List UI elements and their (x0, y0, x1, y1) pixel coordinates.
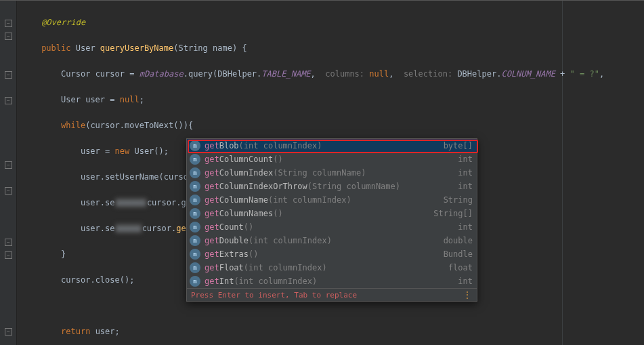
fold-marker[interactable] (5, 187, 12, 195)
fold-marker[interactable] (5, 33, 12, 40)
autocomplete-item[interactable]: mgetColumnNames()String[] (187, 207, 477, 220)
fold-marker[interactable] (5, 97, 12, 104)
popup-hint-bar: Press Enter to insert, Tab to replace ⋮ (187, 288, 477, 301)
method-icon: m (190, 276, 200, 287)
autocomplete-item[interactable]: mgetColumnName(int columnIndex)String (187, 193, 477, 207)
autocomplete-popup[interactable]: mgetBlob(int columnIndex)byte[]mgetColum… (186, 138, 477, 302)
method-icon: m (190, 140, 200, 151)
method-icon: m (190, 235, 200, 246)
autocomplete-item[interactable]: mgetCount()int (187, 220, 477, 234)
gutter (0, 1, 17, 345)
autocomplete-item[interactable]: mgetInt(int columnIndex)int (187, 275, 477, 288)
fold-marker[interactable] (5, 251, 12, 259)
autocomplete-item[interactable]: mgetColumnIndexOrThrow(String columnName… (187, 180, 477, 193)
method-icon: m (190, 208, 200, 219)
autocomplete-item[interactable]: mgetColumnIndex(String columnName)int (187, 166, 477, 180)
method-icon: m (190, 222, 200, 232)
method-icon: m (190, 154, 200, 165)
autocomplete-item[interactable]: mgetExtras()Bundle (187, 247, 477, 261)
autocomplete-item[interactable]: mgetBlob(int columnIndex)byte[] (187, 139, 477, 153)
method-icon: m (190, 262, 200, 273)
method-icon: m (190, 195, 200, 205)
autocomplete-item[interactable]: mgetColumnCount()int (187, 153, 477, 166)
autocomplete-item[interactable]: mgetDouble(int columnIndex)double (187, 234, 477, 247)
fold-marker[interactable] (5, 328, 12, 336)
popup-hint-text: Press Enter to insert, Tab to replace (191, 291, 357, 300)
fold-marker[interactable] (5, 20, 12, 27)
method-icon: m (190, 167, 200, 178)
fold-marker[interactable] (5, 71, 12, 79)
method-icon: m (190, 249, 200, 260)
autocomplete-item[interactable]: mgetFloat(int columnIndex)float (187, 261, 477, 275)
fold-marker[interactable] (5, 161, 12, 169)
annotation-override: @Override (41, 18, 85, 27)
method-icon: m (190, 181, 200, 192)
fold-marker[interactable] (5, 239, 12, 246)
popup-menu-icon[interactable]: ⋮ (463, 289, 473, 300)
